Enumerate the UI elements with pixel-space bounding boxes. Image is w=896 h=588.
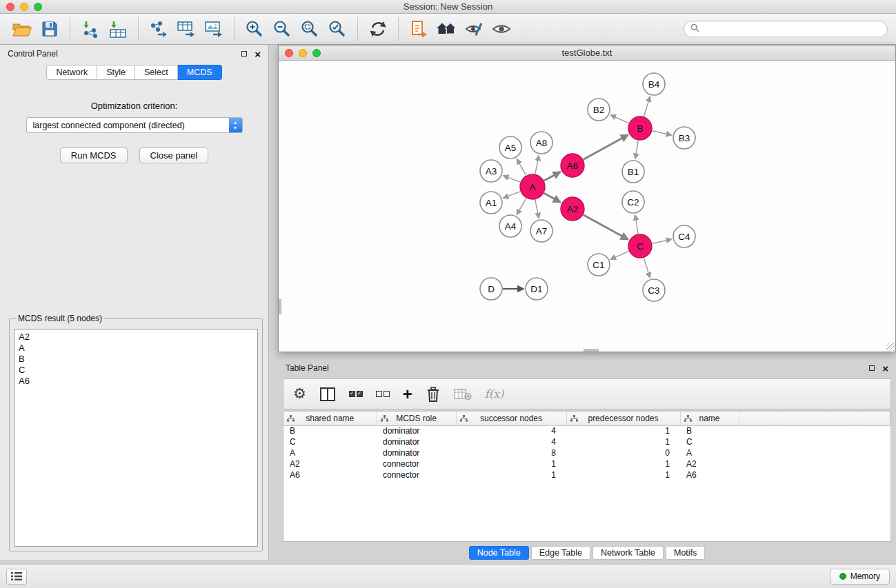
- export-table-icon[interactable]: [172, 17, 200, 41]
- cell-predecessor-nodes[interactable]: 1: [566, 436, 680, 447]
- cell-shared-name[interactable]: A: [283, 447, 377, 458]
- column-header-name[interactable]: name: [680, 412, 739, 425]
- column-header-mcds-role[interactable]: MCDS role: [377, 412, 456, 425]
- cell-shared-name[interactable]: A2: [283, 458, 377, 469]
- node-A7[interactable]: A7: [530, 220, 552, 242]
- node-D[interactable]: D: [480, 278, 502, 300]
- table-row[interactable]: A6connector11A6: [283, 469, 890, 480]
- column-header-shared-name[interactable]: shared name: [283, 412, 377, 425]
- table-row[interactable]: Adominator80A: [283, 447, 890, 458]
- run-mcds-button[interactable]: Run MCDS: [60, 148, 128, 163]
- node-A8[interactable]: A8: [530, 132, 552, 154]
- edge-B-B3[interactable]: [653, 131, 672, 135]
- close-network-button[interactable]: [285, 49, 293, 57]
- cell-successor-nodes[interactable]: 8: [456, 447, 566, 458]
- edge-C-C2[interactable]: [635, 215, 638, 234]
- cell-predecessor-nodes[interactable]: 1: [566, 425, 680, 436]
- cell-successor-nodes[interactable]: 1: [456, 469, 566, 480]
- cell-shared-name[interactable]: B: [283, 425, 377, 436]
- cell-successor-nodes[interactable]: 4: [456, 436, 566, 447]
- zoom-window-button[interactable]: [34, 3, 42, 11]
- graphics-details-icon[interactable]: [460, 17, 488, 41]
- edge-A-A2[interactable]: [544, 193, 561, 202]
- criterion-dropdown[interactable]: largest connected component (directed) ▲…: [26, 117, 243, 133]
- node-D1[interactable]: D1: [526, 278, 548, 300]
- edge-C-C3[interactable]: [644, 258, 650, 278]
- edge-B-B2[interactable]: [610, 115, 628, 123]
- network-canvas[interactable]: B4B2BB3A5A8A6A3B1AA1C2A2A4A7CC4C1C3DD1: [279, 61, 895, 352]
- edge-B-B4[interactable]: [644, 97, 650, 116]
- tab-edge-table[interactable]: Edge Table: [531, 546, 590, 560]
- column-header-successor-nodes[interactable]: successor nodes: [456, 412, 566, 425]
- tab-style[interactable]: Style: [97, 65, 135, 80]
- cell-mcds-role[interactable]: dominator: [377, 447, 456, 458]
- result-item[interactable]: A: [19, 343, 253, 354]
- result-item[interactable]: A6: [19, 376, 253, 387]
- tab-mcds[interactable]: MCDS: [178, 65, 222, 80]
- edge-C-C4[interactable]: [653, 239, 672, 243]
- tab-select[interactable]: Select: [135, 65, 178, 80]
- eye-icon[interactable]: [488, 17, 515, 41]
- result-item[interactable]: C: [19, 365, 253, 376]
- node-A4[interactable]: A4: [499, 215, 521, 237]
- show-columns-icon[interactable]: [319, 384, 336, 405]
- node-A5[interactable]: A5: [499, 136, 521, 159]
- cell-predecessor-nodes[interactable]: 0: [566, 447, 680, 458]
- cell-mcds-role[interactable]: connector: [377, 458, 456, 469]
- cell-mcds-role[interactable]: dominator: [377, 425, 456, 436]
- node-A3[interactable]: A3: [480, 160, 502, 182]
- edge-A-A8[interactable]: [535, 156, 539, 174]
- table-row[interactable]: Bdominator41B: [283, 425, 890, 436]
- node-B4[interactable]: B4: [643, 73, 665, 95]
- node-A1[interactable]: A1: [480, 192, 502, 214]
- open-document-icon[interactable]: [405, 17, 432, 41]
- select-all-icon[interactable]: [349, 384, 363, 405]
- search-input[interactable]: [703, 24, 881, 34]
- create-column-icon[interactable]: +: [403, 384, 412, 405]
- edge-A-A6[interactable]: [544, 172, 561, 181]
- close-panel-button[interactable]: Close panel: [139, 148, 209, 163]
- cell-name[interactable]: B: [680, 425, 739, 436]
- cell-name[interactable]: A2: [680, 458, 739, 469]
- edge-B-B1[interactable]: [635, 141, 638, 159]
- node-B3[interactable]: B3: [673, 127, 695, 149]
- close-panel-icon[interactable]: ×: [255, 49, 261, 59]
- node-C[interactable]: C: [628, 234, 652, 258]
- cell-name[interactable]: A6: [680, 469, 739, 480]
- minimize-window-button[interactable]: [20, 3, 28, 11]
- task-history-button[interactable]: [6, 569, 27, 585]
- node-C3[interactable]: C3: [643, 279, 665, 301]
- tab-network[interactable]: Network: [46, 65, 97, 80]
- mcds-result-list[interactable]: A2ABCA6: [14, 329, 258, 547]
- export-network-icon[interactable]: [145, 17, 172, 41]
- apply-layout-icon[interactable]: [364, 17, 392, 41]
- table-row[interactable]: A2connector11A2: [283, 458, 890, 469]
- cell-shared-name[interactable]: A6: [283, 469, 377, 480]
- tab-network-table[interactable]: Network Table: [593, 546, 664, 560]
- deselect-all-icon[interactable]: [376, 384, 390, 405]
- close-window-button[interactable]: [6, 3, 14, 11]
- memory-button[interactable]: Memory: [830, 569, 890, 585]
- cell-name[interactable]: C: [680, 436, 739, 447]
- delete-column-icon[interactable]: [426, 384, 441, 405]
- tab-node-table[interactable]: Node Table: [469, 546, 529, 560]
- zoom-fit-icon[interactable]: [296, 17, 323, 41]
- horizontal-scroll-thumb[interactable]: [584, 349, 599, 352]
- edge-A-A1[interactable]: [504, 192, 521, 198]
- close-table-panel-icon[interactable]: ×: [882, 363, 888, 374]
- cell-predecessor-nodes[interactable]: 1: [566, 469, 680, 480]
- zoom-in-icon[interactable]: [241, 17, 268, 41]
- edge-A6-B[interactable]: [584, 135, 628, 160]
- edge-A-A3[interactable]: [504, 176, 521, 182]
- column-header-predecessor-nodes[interactable]: predecessor nodes: [566, 412, 680, 425]
- node-C4[interactable]: C4: [673, 225, 695, 247]
- search-box[interactable]: [684, 21, 888, 37]
- import-network-icon[interactable]: [77, 17, 104, 41]
- zoom-out-icon[interactable]: [268, 17, 296, 41]
- cell-successor-nodes[interactable]: 4: [456, 425, 566, 436]
- edge-C-C1[interactable]: [610, 251, 628, 259]
- result-item[interactable]: B: [19, 354, 253, 365]
- cell-mcds-role[interactable]: dominator: [377, 436, 456, 447]
- save-session-icon[interactable]: [36, 17, 63, 41]
- table-settings-gear-icon[interactable]: ⚙: [293, 384, 306, 405]
